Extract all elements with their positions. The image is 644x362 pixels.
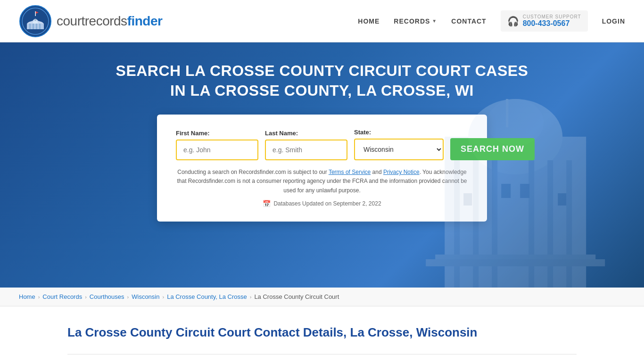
calendar-icon: 📅	[263, 200, 271, 207]
svg-rect-23	[501, 184, 511, 198]
breadcrumb-la-crosse-county[interactable]: La Crosse County, La Crosse	[167, 293, 247, 300]
svg-rect-14	[506, 99, 508, 127]
nav-login[interactable]: LOGIN	[602, 17, 625, 25]
logo-regular: courtrecords	[57, 14, 127, 28]
svg-rect-22	[426, 259, 605, 266]
breadcrumb-wisconsin[interactable]: Wisconsin	[132, 293, 159, 300]
nav-contact[interactable]: CONTACT	[451, 17, 486, 25]
logo-icon	[19, 5, 52, 38]
svg-rect-25	[463, 193, 472, 206]
svg-rect-7	[39, 24, 41, 29]
svg-rect-18	[528, 160, 534, 288]
db-update-text: Databases Updated on September 2, 2022	[273, 200, 381, 207]
svg-rect-4	[29, 24, 31, 29]
svg-rect-5	[33, 24, 34, 29]
detail-section: Court Name: La Crosse County Circuit Cou…	[67, 354, 577, 362]
breadcrumb-sep-2: ›	[85, 294, 87, 300]
support-text: CUSTOMER SUPPORT 800-433-0567	[523, 14, 581, 28]
svg-point-13	[487, 99, 544, 146]
svg-rect-19	[547, 160, 553, 288]
hero-section: SEARCH LA CROSSE COUNTY CIRCUIT COURT CA…	[0, 42, 644, 288]
nav-home[interactable]: HOME	[358, 17, 380, 25]
last-name-field-group: Last Name:	[265, 130, 347, 160]
last-name-label: Last Name:	[265, 130, 347, 137]
terms-link[interactable]: Terms of Service	[329, 169, 371, 175]
last-name-input[interactable]	[265, 140, 347, 160]
first-name-input[interactable]	[176, 140, 258, 160]
logo-area: courtrecordsfinder	[19, 5, 162, 38]
breadcrumb-sep-4: ›	[162, 294, 164, 300]
chevron-down-icon: ▼	[432, 18, 437, 24]
svg-rect-24	[520, 184, 529, 198]
customer-support-area: 🎧 CUSTOMER SUPPORT 800-433-0567	[501, 10, 588, 32]
first-name-field-group: First Name:	[176, 130, 258, 160]
svg-rect-8	[35, 11, 36, 16]
page-heading: La Crosse County Circuit Court Contact D…	[67, 325, 577, 340]
breadcrumb-sep-3: ›	[127, 294, 129, 300]
header: courtrecordsfinder HOME RECORDS ▼ CONTAC…	[0, 0, 644, 42]
svg-rect-15	[454, 160, 460, 288]
headset-icon: 🎧	[507, 16, 519, 27]
logo-text: courtrecordsfinder	[57, 14, 162, 29]
svg-rect-16	[473, 160, 479, 288]
breadcrumb-sep-5: ›	[250, 294, 252, 300]
breadcrumb-current: La Crosse County Circuit Court	[254, 293, 339, 300]
breadcrumb-sep-1: ›	[38, 294, 40, 300]
svg-rect-17	[492, 160, 497, 288]
first-name-label: First Name:	[176, 130, 258, 137]
logo-bold: finder	[127, 14, 163, 28]
svg-rect-6	[36, 24, 37, 29]
support-label: CUSTOMER SUPPORT	[523, 14, 581, 19]
main-nav: HOME RECORDS ▼ CONTACT 🎧 CUSTOMER SUPPOR…	[358, 10, 625, 32]
breadcrumb-home[interactable]: Home	[19, 293, 35, 300]
breadcrumb-court-records[interactable]: Court Records	[42, 293, 82, 300]
hero-bg	[387, 42, 644, 288]
main-content: La Crosse County Circuit Court Contact D…	[39, 306, 605, 362]
nav-records[interactable]: RECORDS ▼	[394, 17, 437, 25]
support-phone: 800-433-0567	[523, 19, 581, 28]
breadcrumb-courthouses[interactable]: Courthouses	[90, 293, 124, 300]
svg-rect-26	[558, 193, 566, 206]
svg-point-10	[34, 18, 36, 21]
breadcrumb: Home › Court Records › Courthouses › Wis…	[0, 288, 644, 306]
svg-rect-20	[566, 160, 572, 288]
